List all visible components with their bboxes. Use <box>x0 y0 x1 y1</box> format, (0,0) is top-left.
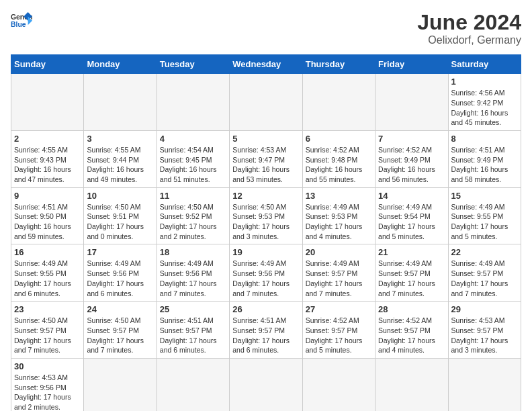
calendar-cell <box>230 74 302 131</box>
calendar-cell: 10Sunrise: 4:50 AM Sunset: 9:51 PM Dayli… <box>84 187 157 244</box>
page-subtitle: Oelixdorf, Germany <box>417 34 521 46</box>
day-number: 12 <box>232 191 299 201</box>
calendar-week-row: 2Sunrise: 4:55 AM Sunset: 9:43 PM Daylig… <box>11 130 521 187</box>
day-info: Sunrise: 4:49 AM Sunset: 9:57 PM Dayligh… <box>306 259 372 298</box>
calendar-week-row: 30Sunrise: 4:53 AM Sunset: 9:56 PM Dayli… <box>11 358 521 411</box>
calendar-cell: 20Sunrise: 4:49 AM Sunset: 9:57 PM Dayli… <box>302 244 375 302</box>
day-info: Sunrise: 4:49 AM Sunset: 9:57 PM Dayligh… <box>451 259 518 298</box>
calendar-cell: 25Sunrise: 4:51 AM Sunset: 9:57 PM Dayli… <box>157 302 229 359</box>
day-info: Sunrise: 4:51 AM Sunset: 9:57 PM Dayligh… <box>232 316 299 355</box>
calendar-cell <box>448 358 521 411</box>
calendar-cell: 8Sunrise: 4:51 AM Sunset: 9:49 PM Daylig… <box>448 130 521 187</box>
calendar-cell <box>157 358 229 411</box>
calendar-cell: 21Sunrise: 4:49 AM Sunset: 9:57 PM Dayli… <box>375 244 448 302</box>
day-info: Sunrise: 4:56 AM Sunset: 9:42 PM Dayligh… <box>451 88 518 128</box>
day-number: 19 <box>232 247 299 257</box>
logo-icon: General Blue <box>11 11 32 30</box>
calendar-cell: 26Sunrise: 4:51 AM Sunset: 9:57 PM Dayli… <box>230 302 302 359</box>
day-number: 13 <box>306 191 372 201</box>
day-info: Sunrise: 4:52 AM Sunset: 9:48 PM Dayligh… <box>306 145 372 185</box>
calendar-cell: 17Sunrise: 4:49 AM Sunset: 9:56 PM Dayli… <box>84 244 157 302</box>
day-info: Sunrise: 4:51 AM Sunset: 9:57 PM Dayligh… <box>160 316 226 355</box>
calendar-cell <box>84 358 157 411</box>
day-info: Sunrise: 4:50 AM Sunset: 9:53 PM Dayligh… <box>232 202 299 242</box>
day-number: 21 <box>378 247 445 257</box>
day-info: Sunrise: 4:53 AM Sunset: 9:57 PM Dayligh… <box>451 316 518 355</box>
day-info: Sunrise: 4:51 AM Sunset: 9:49 PM Dayligh… <box>451 145 518 185</box>
calendar-body: 1Sunrise: 4:56 AM Sunset: 9:42 PM Daylig… <box>11 74 521 411</box>
day-number: 26 <box>232 304 299 314</box>
calendar-cell: 29Sunrise: 4:53 AM Sunset: 9:57 PM Dayli… <box>448 302 521 359</box>
day-number: 2 <box>14 134 81 144</box>
calendar-cell: 19Sunrise: 4:49 AM Sunset: 9:56 PM Dayli… <box>230 244 302 302</box>
day-number: 14 <box>378 191 445 201</box>
day-info: Sunrise: 4:54 AM Sunset: 9:45 PM Dayligh… <box>160 145 226 185</box>
day-info: Sunrise: 4:52 AM Sunset: 9:57 PM Dayligh… <box>306 316 372 355</box>
day-info: Sunrise: 4:49 AM Sunset: 9:56 PM Dayligh… <box>232 259 299 298</box>
day-info: Sunrise: 4:52 AM Sunset: 9:49 PM Dayligh… <box>378 145 445 185</box>
day-number: 7 <box>378 134 445 144</box>
day-number: 1 <box>451 77 518 87</box>
svg-text:Blue: Blue <box>11 21 26 28</box>
weekday-header-tuesday: Tuesday <box>157 55 229 74</box>
calendar-cell: 16Sunrise: 4:49 AM Sunset: 9:55 PM Dayli… <box>11 244 84 302</box>
calendar-cell: 24Sunrise: 4:50 AM Sunset: 9:57 PM Dayli… <box>84 302 157 359</box>
day-number: 25 <box>160 304 226 314</box>
day-number: 5 <box>232 134 299 144</box>
calendar-week-row: 9Sunrise: 4:51 AM Sunset: 9:50 PM Daylig… <box>11 187 521 244</box>
day-info: Sunrise: 4:55 AM Sunset: 9:44 PM Dayligh… <box>87 145 153 185</box>
day-number: 29 <box>451 304 518 314</box>
day-info: Sunrise: 4:53 AM Sunset: 9:47 PM Dayligh… <box>232 145 299 185</box>
calendar-cell: 7Sunrise: 4:52 AM Sunset: 9:49 PM Daylig… <box>375 130 448 187</box>
page-header: General Blue June 2024 Oelixdorf, German… <box>11 11 521 46</box>
day-number: 27 <box>306 304 372 314</box>
calendar-cell: 15Sunrise: 4:49 AM Sunset: 9:55 PM Dayli… <box>448 187 521 244</box>
day-info: Sunrise: 4:49 AM Sunset: 9:56 PM Dayligh… <box>87 259 153 298</box>
day-number: 22 <box>451 247 518 257</box>
day-number: 6 <box>306 134 372 144</box>
calendar-cell <box>375 358 448 411</box>
calendar-cell: 23Sunrise: 4:50 AM Sunset: 9:57 PM Dayli… <box>11 302 84 359</box>
day-number: 20 <box>306 247 372 257</box>
calendar-header: SundayMondayTuesdayWednesdayThursdayFrid… <box>11 55 521 74</box>
calendar-cell: 4Sunrise: 4:54 AM Sunset: 9:45 PM Daylig… <box>157 130 229 187</box>
calendar-cell: 27Sunrise: 4:52 AM Sunset: 9:57 PM Dayli… <box>302 302 375 359</box>
calendar-cell <box>302 358 375 411</box>
weekday-header-monday: Monday <box>84 55 157 74</box>
calendar-week-row: 23Sunrise: 4:50 AM Sunset: 9:57 PM Dayli… <box>11 302 521 359</box>
calendar-cell <box>84 74 157 131</box>
calendar-cell <box>230 358 302 411</box>
day-number: 10 <box>87 191 153 201</box>
day-number: 30 <box>14 361 81 371</box>
day-number: 11 <box>160 191 226 201</box>
calendar-cell: 5Sunrise: 4:53 AM Sunset: 9:47 PM Daylig… <box>230 130 302 187</box>
day-number: 4 <box>160 134 226 144</box>
page-title: June 2024 <box>417 11 521 34</box>
calendar-cell: 30Sunrise: 4:53 AM Sunset: 9:56 PM Dayli… <box>11 358 84 411</box>
calendar-cell: 14Sunrise: 4:49 AM Sunset: 9:54 PM Dayli… <box>375 187 448 244</box>
day-number: 3 <box>87 134 153 144</box>
day-number: 8 <box>451 134 518 144</box>
title-area: June 2024 Oelixdorf, Germany <box>417 11 521 46</box>
day-info: Sunrise: 4:50 AM Sunset: 9:57 PM Dayligh… <box>14 316 81 355</box>
calendar-cell: 12Sunrise: 4:50 AM Sunset: 9:53 PM Dayli… <box>230 187 302 244</box>
calendar-week-row: 16Sunrise: 4:49 AM Sunset: 9:55 PM Dayli… <box>11 244 521 302</box>
day-number: 17 <box>87 247 153 257</box>
logo: General Blue <box>11 11 32 30</box>
calendar-table: SundayMondayTuesdayWednesdayThursdayFrid… <box>11 54 521 411</box>
weekday-header-thursday: Thursday <box>302 55 375 74</box>
day-number: 23 <box>14 304 81 314</box>
day-number: 18 <box>160 247 226 257</box>
calendar-cell: 9Sunrise: 4:51 AM Sunset: 9:50 PM Daylig… <box>11 187 84 244</box>
calendar-cell: 3Sunrise: 4:55 AM Sunset: 9:44 PM Daylig… <box>84 130 157 187</box>
calendar-cell: 22Sunrise: 4:49 AM Sunset: 9:57 PM Dayli… <box>448 244 521 302</box>
day-info: Sunrise: 4:49 AM Sunset: 9:53 PM Dayligh… <box>306 202 372 242</box>
calendar-cell <box>11 74 84 131</box>
day-info: Sunrise: 4:49 AM Sunset: 9:57 PM Dayligh… <box>378 259 445 298</box>
day-number: 16 <box>14 247 81 257</box>
calendar-cell <box>375 74 448 131</box>
calendar-cell <box>157 74 229 131</box>
weekday-header-sunday: Sunday <box>11 55 84 74</box>
calendar-cell <box>302 74 375 131</box>
day-number: 24 <box>87 304 153 314</box>
